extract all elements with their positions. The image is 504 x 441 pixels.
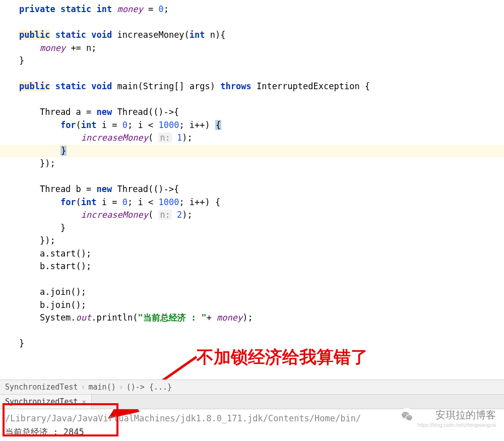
code-line: b.start(); [0, 260, 504, 273]
code-line: } [0, 54, 504, 68]
code-line [0, 68, 504, 81]
chevron-right-icon: › [81, 383, 86, 392]
code-line: }); [0, 234, 504, 247]
code-line: a.join(); [0, 286, 504, 299]
code-line: public static void main(String[] args) t… [0, 80, 504, 93]
code-line [0, 273, 504, 286]
chevron-right-icon: › [119, 383, 123, 392]
code-line: Thread b = new Thread(()->{ [0, 183, 504, 196]
code-editor[interactable]: private static int money = 0; public sta… [0, 0, 504, 353]
code-line: a.start(); [0, 247, 504, 261]
wechat-icon [399, 408, 416, 425]
highlight-box [3, 403, 118, 436]
code-line: for(int i = 0; i < 1000; i++) { [0, 196, 504, 209]
code-line [0, 325, 504, 338]
code-line: Thread a = new Thread(()->{ [0, 106, 504, 119]
code-line: b.join(); [0, 299, 504, 312]
code-line-highlighted: } [0, 145, 504, 158]
code-line [0, 93, 504, 106]
breadcrumb[interactable]: SynchronizedTest›main()›()-> {...} [0, 380, 504, 395]
code-line [0, 170, 504, 183]
watermark-url: https://blog.csdn.net/zhengwangzw [417, 422, 496, 428]
code-line [0, 16, 504, 29]
code-line: increaseMoney( n: 2); [0, 209, 504, 222]
code-line: for(int i = 0; i < 1000; i++) { [0, 119, 504, 132]
watermark-name: 安琪拉的博客 [435, 408, 496, 422]
code-line: increaseMoney( n: 1); [0, 132, 504, 145]
breadcrumb-item[interactable]: SynchronizedTest [5, 383, 78, 392]
code-line: }); [0, 157, 504, 170]
breadcrumb-item[interactable]: ()-> {...} [127, 383, 172, 392]
code-line: System.out.println("当前总经济 : "+ money); [0, 311, 504, 325]
code-line: private static int money = 0; [0, 3, 504, 16]
annotation-text: 不加锁经济给我算错了 [197, 346, 368, 369]
breadcrumb-item[interactable]: main() [89, 383, 116, 392]
code-line: money += n; [0, 42, 504, 55]
code-line: } [0, 222, 504, 235]
code-line: public static void increaseMoney(int n){ [0, 29, 504, 42]
